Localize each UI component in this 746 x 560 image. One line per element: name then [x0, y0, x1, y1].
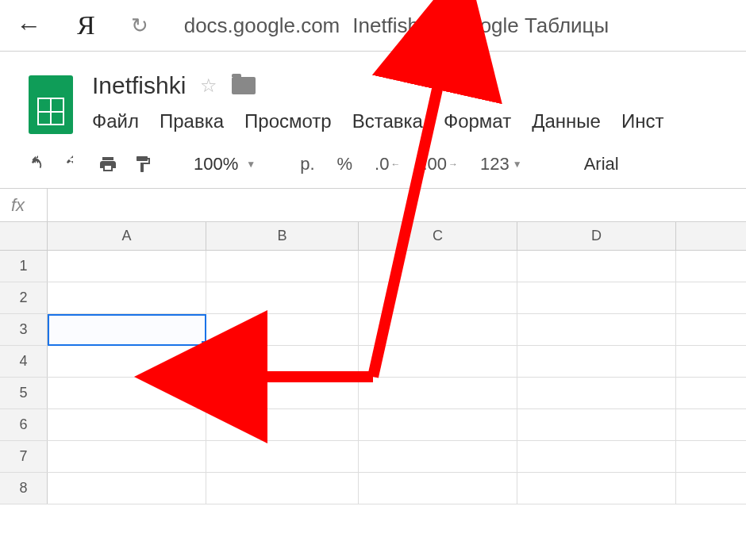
zoom-value: 100%	[194, 154, 238, 175]
font-select[interactable]: Arial	[560, 154, 619, 175]
cell-d8[interactable]	[517, 473, 676, 504]
row-header-8[interactable]: 8	[0, 473, 48, 504]
reload-button[interactable]: ↻	[131, 13, 148, 38]
col-header-c[interactable]: C	[359, 222, 517, 250]
spreadsheet-grid[interactable]: A B C D 1 2 3 4 5 6 7 8	[0, 222, 746, 504]
cell-b8[interactable]	[206, 473, 359, 504]
page-title-text: Inetfishki - Google Таблицы	[352, 13, 609, 38]
fx-label: fx	[0, 189, 48, 221]
cell-b1[interactable]	[206, 251, 359, 282]
redo-button[interactable]	[59, 152, 87, 177]
paint-format-button[interactable]	[129, 152, 157, 177]
cell-a1[interactable]	[48, 251, 206, 282]
doc-header: Inetfishki ☆ Файл Правка Просмотр Вставк…	[0, 52, 746, 134]
cell-b7[interactable]	[206, 441, 359, 472]
cell-a3[interactable]	[48, 314, 206, 345]
toolbar: 100% ▼ р. % .0← .00→ 123▼ Arial	[0, 134, 746, 189]
grid-body: 1 2 3 4 5 6 7 8	[0, 251, 746, 504]
increase-decimal-button[interactable]: .00→	[414, 154, 466, 175]
col-header-b[interactable]: B	[206, 222, 359, 250]
url-area[interactable]: docs.google.com Inetfishki - Google Табл…	[184, 13, 609, 38]
cell-b5[interactable]	[206, 378, 359, 408]
cell-c3[interactable]	[359, 314, 517, 345]
row-header-3[interactable]: 3	[0, 314, 48, 345]
cell-d3[interactable]	[517, 314, 676, 345]
cell-d6[interactable]	[517, 409, 676, 440]
sheets-logo-icon[interactable]	[29, 75, 73, 134]
cell-c1[interactable]	[359, 251, 517, 282]
redo-icon	[63, 155, 83, 174]
cell-b4[interactable]	[206, 346, 359, 377]
cell-c6[interactable]	[359, 409, 517, 440]
cell-a6[interactable]	[48, 409, 206, 440]
row-header-5[interactable]: 5	[0, 378, 48, 408]
row-header-2[interactable]: 2	[0, 282, 48, 313]
currency-format-button[interactable]: р.	[292, 154, 322, 175]
cell-d2[interactable]	[517, 282, 676, 313]
star-icon[interactable]: ☆	[200, 75, 217, 97]
undo-icon	[29, 155, 48, 174]
row-header-6[interactable]: 6	[0, 409, 48, 440]
cell-b6[interactable]	[206, 409, 359, 440]
percent-format-button[interactable]: %	[329, 154, 361, 175]
menu-view[interactable]: Просмотр	[244, 110, 332, 132]
col-header-d[interactable]: D	[517, 222, 676, 250]
row-header-7[interactable]: 7	[0, 441, 48, 472]
decrease-decimal-button[interactable]: .0←	[367, 154, 408, 175]
cell-a8[interactable]	[48, 473, 206, 504]
cell-c7[interactable]	[359, 441, 517, 472]
zoom-select[interactable]: 100% ▼	[187, 154, 262, 175]
chevron-down-icon: ▼	[246, 159, 256, 170]
cell-d7[interactable]	[517, 441, 676, 472]
cell-a2[interactable]	[48, 282, 206, 313]
undo-button[interactable]	[24, 152, 52, 177]
row-header-1[interactable]: 1	[0, 251, 48, 282]
cell-d1[interactable]	[517, 251, 676, 282]
menu-format[interactable]: Формат	[444, 110, 511, 132]
formula-input[interactable]	[48, 189, 746, 221]
number-format-button[interactable]: 123▼	[472, 154, 530, 175]
row-header-4[interactable]: 4	[0, 346, 48, 377]
menu-edit[interactable]: Правка	[160, 110, 224, 132]
column-headers: A B C D	[0, 222, 746, 251]
cell-d4[interactable]	[517, 346, 676, 377]
select-all-corner[interactable]	[0, 222, 48, 250]
menu-file[interactable]: Файл	[92, 110, 139, 132]
folder-icon[interactable]	[232, 77, 256, 94]
formula-bar: fx	[0, 189, 746, 222]
url-domain: docs.google.com	[184, 13, 340, 38]
col-header-a[interactable]: A	[48, 222, 206, 250]
cell-a5[interactable]	[48, 378, 206, 408]
cell-a4[interactable]	[48, 346, 206, 377]
cell-c5[interactable]	[359, 378, 517, 408]
paint-format-icon	[133, 155, 152, 174]
cell-d5[interactable]	[517, 378, 676, 408]
cell-c8[interactable]	[359, 473, 517, 504]
cell-c2[interactable]	[359, 282, 517, 313]
print-button[interactable]	[94, 152, 122, 177]
cell-c4[interactable]	[359, 346, 517, 377]
doc-title[interactable]: Inetfishki	[92, 72, 186, 99]
menu-tools[interactable]: Инст	[621, 110, 664, 132]
browser-address-bar: ← Я ↻ docs.google.com Inetfishki - Googl…	[0, 0, 746, 52]
menu-bar: Файл Правка Просмотр Вставка Формат Данн…	[92, 110, 746, 132]
back-button[interactable]: ←	[16, 11, 41, 40]
cell-b2[interactable]	[206, 282, 359, 313]
menu-insert[interactable]: Вставка	[352, 110, 423, 132]
yandex-logo[interactable]: Я	[77, 10, 95, 40]
menu-data[interactable]: Данные	[532, 110, 601, 132]
cell-b3[interactable]	[206, 314, 359, 345]
cell-a7[interactable]	[48, 441, 206, 472]
print-icon	[98, 155, 117, 174]
